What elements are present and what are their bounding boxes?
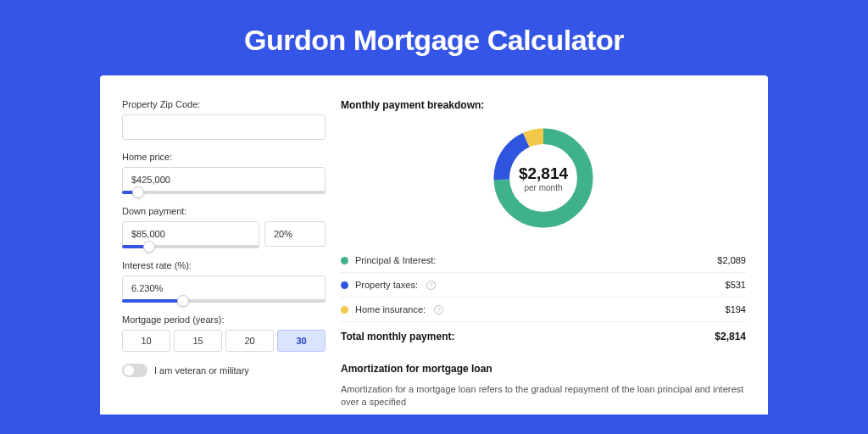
form-column: Property Zip Code: Home price: Down paym… <box>122 99 326 415</box>
donut-center: $2,814 per month <box>488 123 598 233</box>
down-payment-field: Down payment: <box>122 206 326 248</box>
interest-rate-label: Interest rate (%): <box>122 260 326 270</box>
period-label: Mortgage period (years): <box>122 314 326 325</box>
home-price-slider[interactable] <box>122 191 326 194</box>
legend-label: Property taxes: <box>355 280 418 290</box>
period-btn-20[interactable]: 20 <box>225 330 274 352</box>
down-payment-label: Down payment: <box>122 206 326 216</box>
amortization-heading: Amortization for mortgage loan <box>341 363 746 375</box>
legend-row: Home insurance:?$194 <box>341 298 746 321</box>
home-price-input[interactable] <box>122 167 326 192</box>
interest-rate-slider-thumb[interactable] <box>177 295 189 307</box>
interest-rate-slider[interactable] <box>122 299 326 303</box>
legend-left: Property taxes:? <box>341 280 436 290</box>
legend: Principal & Interest:$2,089Property taxe… <box>341 248 746 321</box>
legend-left: Home insurance:? <box>341 304 443 314</box>
period-buttons: 10152030 <box>122 330 326 352</box>
period-btn-15[interactable]: 15 <box>174 330 222 352</box>
veteran-toggle-knob <box>124 365 134 376</box>
total-value: $2,814 <box>715 331 746 342</box>
legend-value: $531 <box>726 280 746 290</box>
veteran-row: I am veteran or military <box>122 364 326 377</box>
total-row: Total monthly payment: $2,814 <box>341 321 746 354</box>
info-icon[interactable]: ? <box>434 305 443 314</box>
donut-amount: $2,814 <box>519 164 568 183</box>
home-price-field: Home price: <box>122 152 326 194</box>
down-payment-pct-input[interactable] <box>264 221 326 247</box>
period-btn-10[interactable]: 10 <box>122 330 170 352</box>
legend-dot <box>341 281 348 289</box>
total-label: Total monthly payment: <box>341 331 454 342</box>
calculator-card: Property Zip Code: Home price: Down paym… <box>100 75 768 415</box>
legend-dot <box>341 306 348 314</box>
interest-rate-slider-fill <box>122 299 183 303</box>
home-price-slider-thumb[interactable] <box>132 186 144 198</box>
period-field: Mortgage period (years): 10152030 <box>122 314 326 352</box>
legend-label: Principal & Interest: <box>355 255 436 265</box>
amortization-text: Amortization for a mortgage loan refers … <box>341 383 746 409</box>
legend-value: $194 <box>726 304 746 314</box>
legend-value: $2,089 <box>717 255 746 265</box>
down-payment-slider[interactable] <box>122 245 259 248</box>
donut-chart-wrap: $2,814 per month <box>341 118 746 248</box>
amortization-section: Amortization for mortgage loan Amortizat… <box>341 363 746 409</box>
legend-label: Home insurance: <box>355 304 426 314</box>
zip-label: Property Zip Code: <box>122 99 326 109</box>
interest-rate-field: Interest rate (%): <box>122 260 326 303</box>
legend-row: Principal & Interest:$2,089 <box>341 248 746 273</box>
legend-left: Principal & Interest: <box>341 255 436 265</box>
veteran-label: I am veteran or military <box>154 365 249 376</box>
info-icon[interactable]: ? <box>426 281 436 290</box>
home-price-label: Home price: <box>122 152 326 162</box>
down-payment-slider-thumb[interactable] <box>143 241 155 253</box>
legend-dot <box>341 257 348 264</box>
legend-row: Property taxes:?$531 <box>341 273 746 298</box>
donut-chart: $2,814 per month <box>488 123 598 233</box>
donut-sub: per month <box>524 183 562 192</box>
page-title: Gurdon Mortgage Calculator <box>0 0 868 75</box>
zip-field: Property Zip Code: <box>122 99 326 140</box>
down-payment-input[interactable] <box>122 221 259 247</box>
veteran-toggle[interactable] <box>122 364 147 377</box>
zip-input[interactable] <box>122 114 326 140</box>
interest-rate-input[interactable] <box>122 275 326 301</box>
breakdown-column: Monthly payment breakdown: $2,814 per mo… <box>341 99 746 415</box>
breakdown-heading: Monthly payment breakdown: <box>341 99 746 111</box>
period-btn-30[interactable]: 30 <box>277 330 326 352</box>
